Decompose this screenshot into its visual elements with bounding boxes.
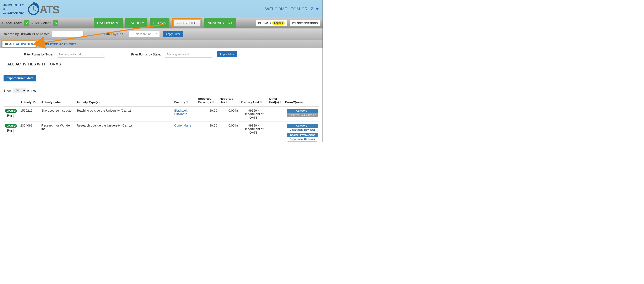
col-hrs[interactable]: Reported Hrs⇅ <box>218 95 240 106</box>
mail-icon <box>292 22 296 25</box>
filter-type-select[interactable]: Nothing selected ▼ <box>57 51 105 58</box>
fiscal-year-value: 2021 - 2022 <box>31 21 51 25</box>
col-primary-unit[interactable]: Primary Unit⇅ <box>240 95 268 106</box>
cell-other <box>268 106 284 122</box>
cell-hrs: 0.00 hr <box>218 122 240 142</box>
cell-label: Short course instructor <box>40 106 76 122</box>
navbar: Fiscal Year: < 2021 - 2022 > DASHBOARD F… <box>0 18 322 28</box>
subtab-all-activities[interactable]: ALL ACTIVITIES <box>2 40 36 47</box>
cell-label: Research for Wunder Inc. <box>40 122 76 142</box>
welcome-name: TOM CRUZ <box>291 7 314 12</box>
brand: UNIVERSITY OF CALIFORNIA ATS <box>3 2 62 16</box>
main-content: Filter Forms by Type: Nothing selected ▼… <box>0 48 322 142</box>
subtabs-row: ALL ACTIVITIES ✖ DELETED ACTIVITIES <box>0 40 322 48</box>
tab-forms[interactable]: FORMS <box>150 18 169 28</box>
caret-down-icon: ▼ <box>101 53 103 56</box>
fiscal-year-label: Fiscal Year: <box>2 21 22 25</box>
status-legend-button[interactable]: ? Status Legend <box>256 20 287 26</box>
nav-tabs: DASHBOARD FACULTY FORMS ACTIVITIES ANNUA… <box>94 18 236 28</box>
col-toggle <box>4 95 19 106</box>
annotation-highlight-activities: ACTIVITIES <box>172 18 202 28</box>
form-badge[interactable]: Student Involvement Department Reviewer <box>287 133 318 142</box>
tag-count-button[interactable]: 0 <box>5 114 14 118</box>
sort-icon: ⇅ <box>212 101 214 104</box>
export-button[interactable]: Export current data <box>4 75 36 82</box>
caret-down-icon: ▼ <box>156 33 158 35</box>
tab-annual-cert[interactable]: ANNUAL CERT. <box>204 18 236 28</box>
plus-icon: + <box>14 125 16 127</box>
search-label: Search by UCPath ID or name: <box>4 32 49 36</box>
filter-type-label: Filter Forms by Type: <box>24 52 53 56</box>
search-input[interactable] <box>52 31 84 37</box>
cell-unit: 99999 - Department of OATS <box>240 106 268 122</box>
cell-type: Research outside the University (Cat. 1) <box>76 122 173 142</box>
tags-icon <box>7 114 10 118</box>
tag-count-button[interactable]: 0 <box>5 129 14 133</box>
show-label: Show <box>4 89 12 92</box>
filter-state-select[interactable]: Nothing selected ▼ <box>165 51 213 58</box>
open-row-button[interactable]: OPEN+ <box>5 109 17 112</box>
cell-hrs: 0.00 hr <box>218 106 240 122</box>
status-label: Status <box>262 22 271 25</box>
filter-type-value: Nothing selected <box>59 52 81 56</box>
brand-line2: OF <box>3 7 25 11</box>
table-row: OPEN+ 0 1566215 Short course instructor … <box>4 106 319 122</box>
unit-select-value: -- Select an unit -- <box>131 32 154 36</box>
notifications-button[interactable]: NOTIFICATIONS <box>290 20 320 26</box>
brand-line1: UNIVERSITY <box>3 3 25 7</box>
form-badge[interactable]: Category I Department Reviewer <box>287 124 318 132</box>
col-faculty[interactable]: Faculty⇅ <box>173 95 196 106</box>
filter-state-label: Filter Forms by State: <box>131 52 161 56</box>
svg-line-3 <box>34 10 36 11</box>
entries-row: Show 100 entries <box>4 88 319 93</box>
apply-filter-forms-button[interactable]: Apply Filter <box>216 51 237 57</box>
subtab-all-label: ALL ACTIVITIES <box>9 42 33 46</box>
subtab-deleted-activities[interactable]: ✖ DELETED ACTIVITIES <box>40 40 77 48</box>
open-row-button[interactable]: OPEN+ <box>5 124 17 128</box>
sort-icon: ⇅ <box>186 101 188 104</box>
annotation-highlight-all-activities: ALL ACTIVITIES <box>2 40 36 48</box>
tab-faculty[interactable]: FACULTY <box>125 18 148 28</box>
col-activity-id[interactable]: Activity ID⇅ <box>19 95 40 106</box>
logo-text: ATS <box>40 4 59 16</box>
notifications-label: NOTIFICATIONS <box>297 22 318 25</box>
subtab-deleted-label: DELETED ACTIVITIES <box>44 42 76 46</box>
help-icon: ? <box>258 22 261 25</box>
col-other-units[interactable]: Other Unit(s)⇅ <box>268 95 284 106</box>
cell-earnings: $0.00 <box>197 122 218 142</box>
caret-down-icon: ▼ <box>209 53 211 56</box>
sort-icon: ⇅ <box>226 101 228 104</box>
faculty-link[interactable]: Blackwell, Elizabeth <box>174 109 188 116</box>
unit-select[interactable]: -- Select an unit -- ▼ <box>128 31 160 38</box>
entries-select[interactable]: 100 <box>13 88 26 93</box>
tab-dashboard[interactable]: DASHBOARD <box>94 18 123 28</box>
faculty-link[interactable]: Curie, Marie <box>174 124 191 127</box>
form-badge[interactable]: Category I Approved To 06/30/2022 <box>287 109 318 118</box>
oats-logo: ATS <box>27 2 62 16</box>
plus-icon: + <box>14 110 16 112</box>
tags-icon <box>7 130 10 132</box>
fiscal-year-next-button[interactable]: > <box>53 20 58 26</box>
legend-badge: Legend <box>272 22 285 25</box>
cell-earnings: $0.00 <box>197 106 218 122</box>
apply-filter-unit-button[interactable]: Apply Filter <box>162 31 183 37</box>
sort-icon: ⇅ <box>280 101 282 104</box>
brand-line3: CALIFORNIA <box>3 11 25 15</box>
form-filters-row: Filter Forms by Type: Nothing selected ▼… <box>4 51 319 58</box>
cell-unit: 99999 - Department of OATS <box>240 122 268 142</box>
filter-state-value: Nothing selected <box>167 52 188 56</box>
tab-activities[interactable]: ACTIVITIES <box>174 20 200 26</box>
cell-id: 1566215 <box>19 106 40 122</box>
cell-id: 2364081 <box>19 122 40 142</box>
fiscal-year-prev-button[interactable]: < <box>24 20 29 26</box>
page-heading: ALL ACTIVITIES WITH FORMS <box>7 62 319 66</box>
col-activity-label[interactable]: Activity Label↓↑ <box>40 95 76 106</box>
welcome-prefix: WELCOME, <box>265 7 289 12</box>
welcome-menu[interactable]: WELCOME, TOM CRUZ <box>265 7 319 12</box>
col-activity-types: Activity Type(s) <box>76 95 173 106</box>
chevron-down-icon <box>316 7 319 12</box>
svg-marker-4 <box>316 8 318 10</box>
sort-icon: ⇅ <box>260 101 262 104</box>
col-earnings[interactable]: Reported Earnings⇅ <box>197 95 218 106</box>
activities-table: Activity ID⇅ Activity Label↓↑ Activity T… <box>4 95 319 142</box>
